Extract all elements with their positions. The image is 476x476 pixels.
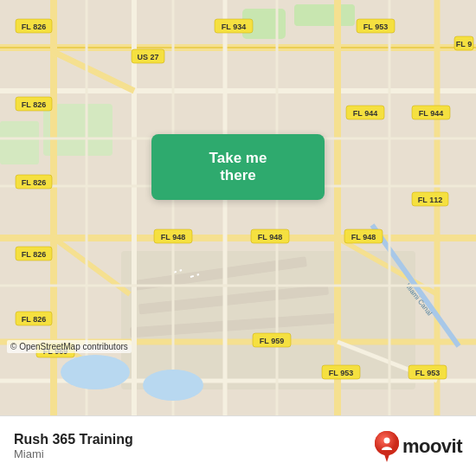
map-attribution: © OpenStreetMap contributors [7,340,132,353]
svg-text:FL 948: FL 948 [258,233,282,241]
svg-text:FL 948: FL 948 [351,233,376,241]
svg-text:FL 948: FL 948 [161,233,185,241]
svg-text:FL 826: FL 826 [22,178,46,187]
svg-text:FL 934: FL 934 [222,23,246,31]
svg-text:FL 9: FL 9 [456,40,472,48]
svg-text:FL 953: FL 953 [329,369,353,377]
svg-text:FL 953: FL 953 [415,369,440,377]
map-container: Miami Canal FL 826 FL 826 FL 826 FL 826 … [0,0,476,415]
svg-text:FL 826: FL 826 [22,23,46,31]
svg-point-38 [143,370,203,401]
svg-rect-3 [294,4,355,26]
location-info: Rush 365 Training Miami [14,432,133,460]
svg-text:FL 959: FL 959 [260,337,284,345]
moovit-brand-text: moovit [402,435,462,458]
svg-text:FL 953: FL 953 [363,23,388,31]
take-me-there-button[interactable]: Take me there [151,134,325,200]
svg-text:FL 112: FL 112 [418,196,442,204]
svg-text:FL 826: FL 826 [22,250,46,259]
svg-text:FL 826: FL 826 [22,100,46,109]
svg-point-37 [61,355,130,389]
moovit-logo: moovit [375,431,462,462]
svg-text:US 27: US 27 [137,53,158,61]
svg-text:FL 826: FL 826 [22,315,46,324]
svg-point-80 [383,437,389,443]
bottom-bar: Rush 365 Training Miami moovit [0,415,476,476]
location-city: Miami [14,447,133,460]
svg-marker-79 [383,452,390,462]
location-name: Rush 365 Training [14,432,133,447]
svg-text:FL 944: FL 944 [353,109,377,118]
svg-text:FL 944: FL 944 [419,109,443,118]
svg-rect-5 [0,121,39,164]
moovit-pin-icon [375,431,399,462]
